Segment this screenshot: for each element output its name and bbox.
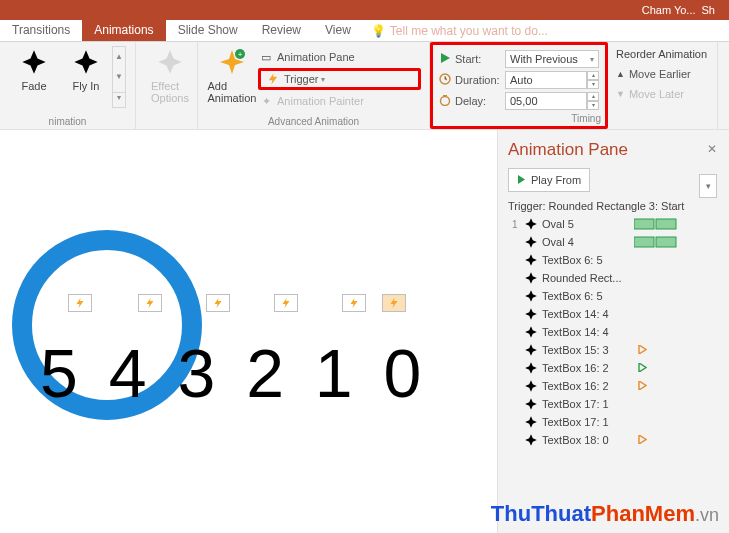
watermark-p3: .vn (695, 505, 719, 525)
ribbon-tabstrip: Transitions Animations Slide Show Review… (0, 20, 729, 42)
star-icon (524, 253, 538, 267)
item-index: 1 (512, 219, 524, 230)
animation-item[interactable]: TextBox 6: 5 (508, 287, 719, 305)
move-earlier-button[interactable]: ▲ Move Earlier (616, 64, 709, 84)
animation-item[interactable]: TextBox 14: 4 (508, 305, 719, 323)
star-icon (524, 289, 538, 303)
svg-rect-4 (443, 95, 447, 96)
duration-down[interactable]: ▾ (587, 80, 599, 89)
animation-item[interactable]: TextBox 6: 5 (508, 251, 719, 269)
fade-label: Fade (21, 80, 46, 92)
star-icon (524, 271, 538, 285)
play-tri-icon (517, 174, 526, 186)
timeline-bar (634, 218, 678, 230)
bulb-icon: 💡 (371, 24, 386, 38)
bolt-icon (265, 71, 281, 87)
star-icon (524, 415, 538, 429)
duration-field[interactable]: Auto (505, 71, 587, 89)
gallery-more[interactable]: ▾ (113, 92, 125, 102)
animation-pane-button[interactable]: ▭ Animation Pane (258, 46, 421, 68)
delay-down[interactable]: ▾ (587, 101, 599, 110)
tab-transitions[interactable]: Transitions (0, 20, 82, 41)
gallery-up[interactable]: ▲ (113, 52, 125, 61)
animation-painter-button: ✦ Animation Painter (258, 90, 421, 112)
animation-item[interactable]: TextBox 16: 2 (508, 359, 719, 377)
effect-options-group: Effect Options (136, 42, 198, 129)
item-label: Oval 4 (542, 236, 634, 248)
add-animation-button[interactable]: + Add Animation (206, 46, 258, 112)
trigger-button[interactable]: Trigger ▾ (258, 68, 421, 90)
gallery-down[interactable]: ▼ (113, 72, 125, 81)
animation-item[interactable]: TextBox 17: 1 (508, 395, 719, 413)
delay-value: 05,00 (510, 95, 538, 107)
anim-tag-5[interactable] (342, 294, 366, 312)
countdown-text[interactable]: 5 4 3 2 1 0 (40, 334, 427, 412)
animation-list: 1Oval 5Oval 4TextBox 6: 5Rounded Rect...… (508, 215, 719, 449)
close-icon[interactable]: ✕ (707, 142, 717, 156)
svg-rect-6 (656, 219, 676, 229)
down-icon: ▼ (616, 89, 625, 99)
duration-up[interactable]: ▴ (587, 71, 599, 80)
delay-field[interactable]: 05,00 (505, 92, 587, 110)
start-label: Start: (455, 53, 505, 65)
animation-item[interactable]: 1Oval 5 (508, 215, 719, 233)
animation-pane-label: Animation Pane (277, 51, 355, 63)
tab-review[interactable]: Review (250, 20, 313, 41)
anim-tag-6[interactable] (382, 294, 406, 312)
add-animation-label: Add Animation (208, 80, 257, 104)
play-from-button[interactable]: Play From (508, 168, 590, 192)
trigger-header: Trigger: Rounded Rectangle 3: Start (508, 200, 719, 212)
title-bar: Cham Yo... Sh (0, 0, 729, 20)
animation-item[interactable]: TextBox 14: 4 (508, 323, 719, 341)
slide-canvas[interactable]: 5 4 3 2 1 0 (0, 130, 497, 533)
anim-tag-3[interactable] (206, 294, 230, 312)
tab-view[interactable]: View (313, 20, 363, 41)
star-icon (524, 217, 538, 231)
animation-painter-label: Animation Painter (277, 95, 364, 107)
start-dropdown[interactable]: With Previous▾ (505, 50, 599, 68)
item-label: TextBox 14: 4 (542, 308, 634, 320)
anim-tag-2[interactable] (138, 294, 162, 312)
animation-item[interactable]: TextBox 15: 3 (508, 341, 719, 359)
play-indicator-icon (638, 362, 647, 374)
animation-item[interactable]: TextBox 18: 0 (508, 431, 719, 449)
delay-up[interactable]: ▴ (587, 92, 599, 101)
star-icon (524, 433, 538, 447)
item-label: TextBox 6: 5 (542, 254, 634, 266)
star-icon (524, 235, 538, 249)
anim-tag-1[interactable] (68, 294, 92, 312)
share-button[interactable]: Sh (702, 4, 715, 16)
star-icon (524, 343, 538, 357)
animation-fade[interactable]: Fade (8, 46, 60, 112)
move-later-button: ▼ Move Later (616, 84, 709, 104)
item-label: TextBox 17: 1 (542, 416, 634, 428)
anim-tag-4[interactable] (274, 294, 298, 312)
effect-options-label: Effect Options (151, 80, 189, 104)
panel-title: Animation Pane (508, 140, 719, 160)
item-label: TextBox 14: 4 (542, 326, 634, 338)
trigger-label: Trigger (284, 73, 318, 85)
tab-slideshow[interactable]: Slide Show (166, 20, 250, 41)
duration-label: Duration: (455, 74, 505, 86)
animation-pane-panel: Animation Pane ✕ Play From ▾ Trigger: Ro… (497, 130, 729, 533)
tell-me-search[interactable]: 💡 Tell me what you want to do... (363, 20, 548, 41)
timing-group-label: Timing (433, 113, 605, 124)
timeline-bar (634, 236, 678, 248)
panel-menu-dropdown[interactable]: ▾ (699, 174, 717, 198)
advanced-animation-group: + Add Animation ▭ Animation Pane Trigger… (198, 42, 430, 129)
item-label: Oval 5 (542, 218, 634, 230)
tab-animations[interactable]: Animations (82, 20, 165, 41)
chevron-down-icon: ▾ (321, 75, 325, 84)
clock-icon (439, 73, 453, 87)
item-label: TextBox 15: 3 (542, 344, 634, 356)
animation-item[interactable]: Rounded Rect... (508, 269, 719, 287)
delay-icon (439, 94, 453, 108)
animation-item[interactable]: Oval 4 (508, 233, 719, 251)
animation-flyin[interactable]: Fly In (60, 46, 112, 112)
watermark: ThuThuatPhanMem.vn (491, 501, 719, 527)
up-icon: ▲ (616, 69, 625, 79)
star-icon (524, 379, 538, 393)
animation-item[interactable]: TextBox 17: 1 (508, 413, 719, 431)
animation-item[interactable]: TextBox 16: 2 (508, 377, 719, 395)
user-name[interactable]: Cham Yo... (642, 4, 696, 16)
